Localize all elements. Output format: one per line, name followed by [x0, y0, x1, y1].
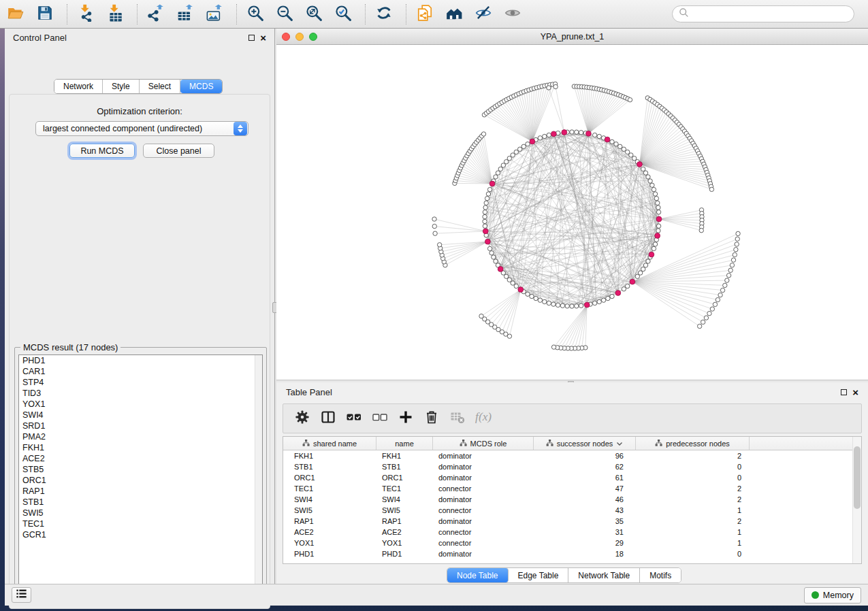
tab-motifs[interactable]: Motifs	[640, 568, 681, 582]
cell-shared-name[interactable]: FKH1	[283, 450, 376, 461]
cell-shared-name[interactable]: SWI4	[283, 494, 376, 505]
mcds-result-list[interactable]: PHD1CAR1STP4TID3YOX1SWI4SRD1PMA2FKH1ACE2…	[18, 354, 263, 595]
table-row[interactable]: RAP1RAP1dominator352	[283, 516, 861, 527]
cell-MCDS-role[interactable]: dominator	[433, 516, 534, 527]
table-row[interactable]: ACE2ACE2connector311	[283, 527, 861, 538]
column-header-MCDS-role[interactable]: MCDS role	[433, 437, 534, 450]
tab-node-table[interactable]: Node Table	[447, 568, 509, 582]
select-all-button[interactable]	[344, 408, 364, 429]
cell-MCDS-role[interactable]: dominator	[433, 450, 534, 461]
cell-shared-name[interactable]: SWI5	[283, 505, 376, 516]
mcds-result-item[interactable]: ORC1	[19, 475, 262, 486]
cell-predecessor-nodes[interactable]: 0	[636, 461, 750, 472]
column-header-name[interactable]: name	[376, 437, 433, 450]
table-row[interactable]: YOX1YOX1connector291	[283, 538, 861, 548]
cell-MCDS-role[interactable]: dominator	[433, 494, 534, 505]
cell-name[interactable]: SWI4	[376, 494, 433, 505]
hide-selected-button[interactable]	[473, 4, 494, 24]
optimization-select[interactable]: largest connected component (undirected)	[35, 121, 248, 136]
add-row-button[interactable]	[396, 408, 416, 429]
mcds-result-item[interactable]: FKH1	[19, 442, 262, 453]
table-row[interactable]: PHD1PHD1dominator180	[283, 548, 861, 559]
cell-MCDS-role[interactable]: dominator	[433, 548, 534, 559]
close-panel-icon[interactable]: ×	[260, 35, 266, 41]
cell-name[interactable]: YOX1	[376, 538, 433, 548]
deselect-all-button[interactable]	[370, 408, 390, 429]
cell-shared-name[interactable]: ORC1	[283, 472, 376, 483]
open-session-button[interactable]	[5, 4, 26, 24]
show-columns-button[interactable]	[318, 408, 338, 429]
mcds-result-item[interactable]: STP4	[19, 377, 262, 388]
tab-network[interactable]: Network	[54, 80, 103, 93]
show-all-button[interactable]	[502, 4, 523, 24]
cell-name[interactable]: ORC1	[376, 472, 433, 483]
mcds-result-item[interactable]: STB1	[19, 497, 262, 508]
result-scrollbar[interactable]	[255, 355, 262, 594]
mcds-result-item[interactable]: TID3	[19, 388, 262, 399]
zoom-in-button[interactable]	[245, 4, 266, 24]
zoom-fit-button[interactable]	[304, 4, 324, 24]
table-row[interactable]: SWI4SWI4dominator462	[283, 494, 861, 505]
mcds-result-item[interactable]: ACE2	[19, 453, 262, 464]
cell-predecessor-nodes[interactable]: 1	[636, 505, 750, 516]
cell-successor-nodes[interactable]: 96	[534, 450, 636, 461]
export-table-button[interactable]	[175, 4, 195, 24]
cell-predecessor-nodes[interactable]: 1	[636, 538, 750, 548]
cell-name[interactable]: SWI5	[376, 505, 433, 516]
import-table-button[interactable]	[105, 4, 125, 24]
mcds-result-item[interactable]: SWI4	[19, 410, 262, 420]
run-mcds-button[interactable]: Run MCDS	[69, 144, 135, 158]
mcds-result-item[interactable]: YOX1	[19, 399, 262, 410]
mcds-result-item[interactable]: RAP1	[19, 486, 262, 497]
close-table-panel-icon[interactable]: ×	[852, 389, 858, 395]
cell-shared-name[interactable]: TEC1	[283, 483, 376, 494]
close-panel-button[interactable]: Close panel	[143, 144, 214, 158]
delete-row-button[interactable]	[421, 408, 442, 429]
cell-name[interactable]: FKH1	[376, 450, 433, 461]
cell-shared-name[interactable]: PHD1	[283, 548, 376, 559]
float-panel-icon[interactable]	[248, 35, 255, 41]
zoom-out-button[interactable]	[274, 4, 295, 24]
mcds-result-item[interactable]: STB5	[19, 464, 262, 475]
search-text-field[interactable]	[693, 7, 854, 21]
cell-MCDS-role[interactable]: connector	[433, 538, 534, 548]
cell-name[interactable]: ACE2	[376, 527, 433, 538]
mcds-result-item[interactable]: TEC1	[19, 518, 262, 529]
cell-successor-nodes[interactable]: 46	[534, 494, 636, 505]
table-row[interactable]: STB1STB1dominator620	[283, 461, 861, 472]
clone-network-button[interactable]	[415, 4, 435, 24]
tab-select[interactable]: Select	[140, 80, 180, 93]
cell-successor-nodes[interactable]: 43	[534, 505, 636, 516]
mcds-result-item[interactable]: GCR1	[19, 529, 262, 540]
table-scrollbar[interactable]	[852, 437, 861, 563]
network-window-titlebar[interactable]: YPA_prune.txt_1	[276, 29, 868, 45]
tab-mcds[interactable]: MCDS	[180, 80, 222, 93]
cell-MCDS-role[interactable]: connector	[433, 483, 534, 494]
search-input[interactable]	[672, 5, 854, 22]
cell-name[interactable]: PHD1	[376, 548, 433, 559]
mcds-result-item[interactable]: CAR1	[19, 366, 262, 377]
import-network-button[interactable]	[76, 4, 96, 24]
cell-predecessor-nodes[interactable]: 0	[636, 548, 750, 559]
network-graph[interactable]	[276, 45, 868, 380]
mcds-result-item[interactable]: SWI5	[19, 508, 262, 518]
mcds-result-item[interactable]: PMA2	[19, 431, 262, 442]
save-session-button[interactable]	[35, 4, 55, 24]
table-row[interactable]: SWI5SWI5connector431	[283, 505, 861, 516]
cell-predecessor-nodes[interactable]: 2	[636, 516, 750, 527]
tab-network-table[interactable]: Network Table	[568, 568, 640, 582]
memory-button[interactable]: Memory	[804, 587, 861, 604]
cell-successor-nodes[interactable]: 18	[534, 548, 636, 559]
table-scrollbar-thumb[interactable]	[854, 446, 861, 509]
float-table-panel-icon[interactable]	[841, 389, 847, 395]
column-header-predecessor-nodes[interactable]: predecessor nodes	[636, 437, 750, 450]
cell-MCDS-role[interactable]: dominator	[433, 461, 534, 472]
export-network-button[interactable]	[146, 4, 166, 24]
cell-predecessor-nodes[interactable]: 2	[636, 494, 750, 505]
zoom-selected-button[interactable]	[333, 4, 353, 24]
table-row[interactable]: FKH1FKH1dominator962	[283, 450, 861, 461]
cell-shared-name[interactable]: STB1	[283, 461, 376, 472]
cell-name[interactable]: RAP1	[376, 516, 433, 527]
cell-predecessor-nodes[interactable]: 2	[636, 483, 750, 494]
table-row[interactable]: ORC1ORC1dominator610	[283, 472, 861, 483]
